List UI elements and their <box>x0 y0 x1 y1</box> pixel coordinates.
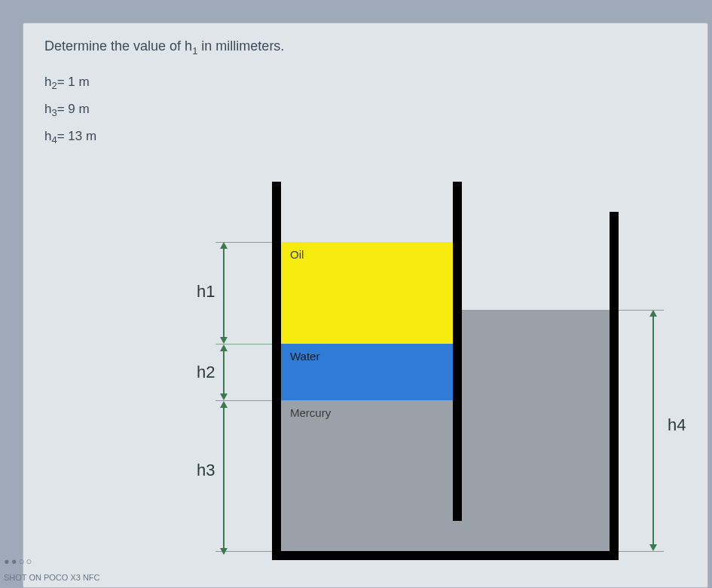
h3-line <box>223 406 225 551</box>
oil-label: Oil <box>281 242 453 267</box>
h2-arrow-up <box>220 345 228 351</box>
h1-arrow-down <box>220 337 228 344</box>
h4-label: h4 <box>668 415 686 435</box>
water-layer: Water <box>281 344 453 400</box>
h2-arrow-down <box>220 394 228 400</box>
left-outer-wall <box>272 182 281 559</box>
camera-watermark: SHOT ON POCO X3 NFC <box>4 573 100 582</box>
prompt-suffix: in millimeters. <box>197 38 284 54</box>
oil-layer: Oil <box>281 242 453 344</box>
h3-label: h3 <box>197 461 215 480</box>
h1-arrow-up <box>220 242 228 249</box>
h4-arrow-up <box>649 310 657 317</box>
h3-arrow-up <box>220 401 228 408</box>
h2-label: h2 <box>197 363 215 382</box>
h4-line <box>652 314 654 547</box>
h4-arrow-down <box>649 544 657 551</box>
prompt-prefix: Determine the value of h <box>44 38 192 54</box>
h4-ext-top <box>619 310 664 311</box>
h4-ext-bot <box>619 551 664 552</box>
right-outer-wall <box>610 212 619 559</box>
given-h3: h3= 9 m <box>44 102 686 118</box>
h3-ext-bot <box>215 551 272 552</box>
h2-line <box>223 349 225 397</box>
mercury-label: Mercury <box>281 400 453 425</box>
h1-label: h1 <box>197 282 215 302</box>
given-values: h2= 1 m h3= 9 m h4= 13 m <box>23 57 707 146</box>
connector-gap-top <box>453 513 462 521</box>
bottom-wall <box>272 551 619 560</box>
h1-line <box>223 246 225 340</box>
mercury-left: Mercury <box>281 400 453 551</box>
middle-partition <box>453 182 462 521</box>
camera-dots: ●●○○ <box>4 556 33 567</box>
right-column-fluid <box>462 310 610 551</box>
fluid-diagram: Oil Water Mercury h1 h2 <box>234 182 701 574</box>
water-label: Water <box>281 344 453 369</box>
connector <box>453 521 462 551</box>
given-h4: h4= 13 m <box>44 129 686 145</box>
question-panel: Determine the value of h1 in millimeters… <box>23 23 708 588</box>
question-prompt: Determine the value of h1 in millimeters… <box>23 23 707 57</box>
given-h2: h2= 1 m <box>44 75 686 91</box>
